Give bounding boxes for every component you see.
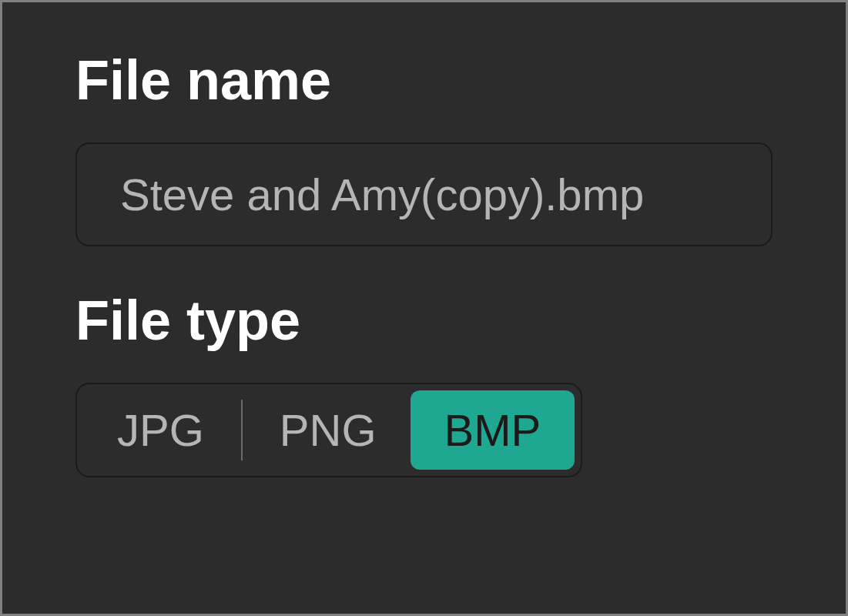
file-type-option-png[interactable]: PNG [246, 390, 411, 470]
segment-divider [241, 400, 243, 460]
file-type-group: File type JPG PNG BMP [75, 289, 773, 477]
file-type-label: File type [75, 289, 773, 352]
file-save-dialog: File name File type JPG PNG BMP [2, 2, 846, 614]
file-type-option-bmp[interactable]: BMP [411, 390, 575, 470]
file-name-input[interactable] [75, 142, 773, 246]
file-name-group: File name [75, 49, 773, 246]
file-name-label: File name [75, 49, 773, 112]
file-type-option-jpg[interactable]: JPG [83, 390, 238, 470]
file-type-selector: JPG PNG BMP [75, 383, 582, 477]
